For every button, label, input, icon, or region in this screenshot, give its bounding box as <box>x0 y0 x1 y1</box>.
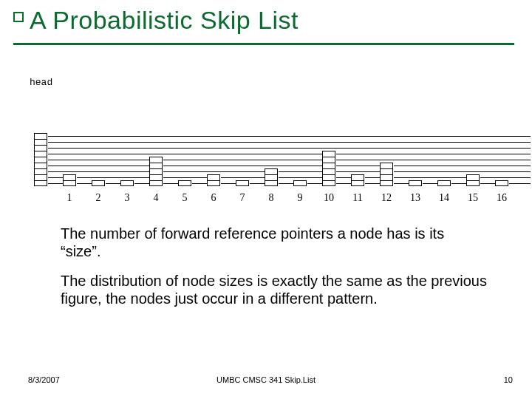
node-7 <box>236 180 249 186</box>
node-label: 10 <box>320 192 338 204</box>
node-label: 3 <box>118 192 136 204</box>
head-label: head <box>30 77 52 88</box>
node-6 <box>207 174 220 186</box>
node-label: 12 <box>378 192 395 204</box>
footer-page: 10 <box>504 375 513 384</box>
accent-square <box>13 12 24 22</box>
node-label: 8 <box>262 192 280 204</box>
node-label: 2 <box>89 192 107 204</box>
node-label: 4 <box>147 192 165 204</box>
node-3 <box>120 180 134 186</box>
node-label: 13 <box>406 192 424 204</box>
node-13 <box>409 180 422 186</box>
node-label: 5 <box>176 192 194 204</box>
node-8 <box>265 168 278 186</box>
node-2 <box>92 180 105 186</box>
page-title: A Probabilistic Skip List <box>30 6 299 35</box>
node-12 <box>380 163 393 186</box>
footer-center: UMBC CMSC 341 Skip.List <box>0 375 532 384</box>
node-15 <box>466 174 480 186</box>
node-label: 6 <box>205 192 222 204</box>
node-label: 9 <box>291 192 309 204</box>
node-label: 16 <box>493 192 511 204</box>
node-4 <box>149 157 163 186</box>
skip-list-diagram: head 12345678910111213141516 <box>30 74 502 207</box>
node-11 <box>351 174 364 186</box>
node-label: 11 <box>349 192 366 204</box>
node-label: 7 <box>233 192 251 204</box>
node-label: 1 <box>61 192 78 204</box>
title-underline <box>13 43 514 45</box>
node-5 <box>178 180 191 186</box>
node-16 <box>495 180 508 186</box>
node-10 <box>322 151 335 186</box>
node-1 <box>63 174 76 186</box>
head-node <box>34 133 47 186</box>
node-label: 15 <box>464 192 482 204</box>
node-label: 14 <box>435 192 453 204</box>
paragraph-1: The number of forward reference pointers… <box>61 225 488 260</box>
node-14 <box>437 180 451 186</box>
node-9 <box>293 180 307 186</box>
paragraph-2: The distribution of node sizes is exactl… <box>61 272 488 307</box>
